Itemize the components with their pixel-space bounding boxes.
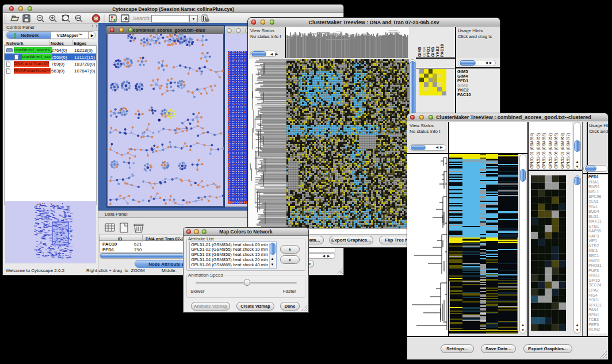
svg-text:Search:: Search: [133, 16, 151, 21]
svg-text:1:1: 1:1 [76, 16, 80, 20]
